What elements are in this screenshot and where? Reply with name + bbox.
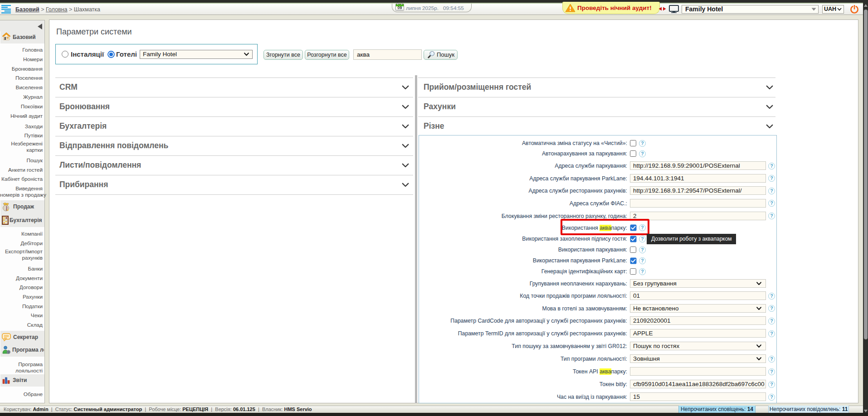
svg-text:09: 09 (398, 5, 402, 10)
